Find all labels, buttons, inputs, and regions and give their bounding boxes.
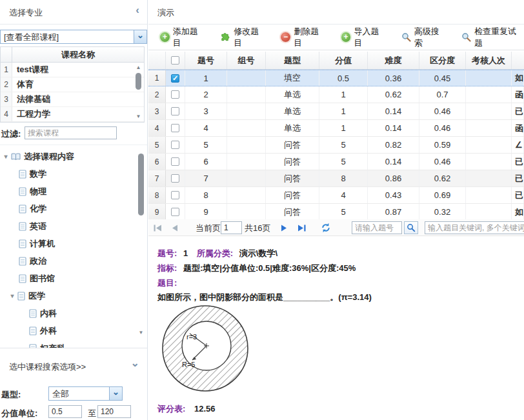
question-number-search-input[interactable] — [352, 221, 402, 234]
tree-item-math[interactable]: 数学 — [0, 165, 147, 183]
tree-item-english[interactable]: 英语 — [0, 217, 147, 235]
keyword-search-input[interactable] — [425, 221, 524, 234]
cell-type: 填空 — [266, 70, 319, 86]
collapse-panel-icon[interactable]: ‹ — [136, 4, 139, 17]
tree-item-computer[interactable]: 计算机 — [0, 235, 147, 252]
checkbox-cell[interactable] — [166, 120, 185, 136]
scrollbar-thumb[interactable] — [136, 73, 141, 90]
row-checkbox[interactable] — [171, 174, 179, 183]
course-search-input[interactable] — [25, 126, 117, 139]
prev-page-icon[interactable] — [172, 224, 178, 234]
checkbox-cell[interactable] — [166, 86, 185, 103]
row-checkbox[interactable] — [171, 157, 179, 166]
checkbox-cell[interactable] — [166, 70, 185, 86]
search-button[interactable] — [404, 221, 418, 234]
header-checkbox-cell[interactable] — [166, 52, 185, 69]
check-duplicates-button[interactable]: 检查重复试题 — [461, 26, 524, 49]
table-row[interactable]: 6 6 问答 5 0.14 0.46 已 — [148, 154, 524, 170]
tree-item-surgery[interactable]: 外科 — [0, 322, 147, 339]
course-row[interactable]: 2 体育 — [1, 77, 144, 92]
row-checkbox[interactable] — [171, 74, 179, 83]
question-type-dropdown[interactable]: 全部 ⌄ — [48, 386, 123, 401]
refresh-icon[interactable] — [321, 223, 331, 235]
column-header[interactable]: 分值 — [319, 52, 368, 69]
cell-preview: 已 — [512, 187, 524, 203]
table-row[interactable]: 8 8 问答 4 0.43 0.69 已 — [148, 187, 524, 204]
cell-difficulty: 0.62 — [368, 86, 419, 103]
table-row[interactable]: 3 3 单选 1 0.14 0.46 已 — [148, 103, 524, 120]
column-header[interactable]: 区分度 — [419, 52, 466, 69]
checkbox-cell[interactable] — [166, 154, 185, 170]
select-all-checkbox[interactable] — [171, 56, 179, 65]
table-row[interactable]: 5 5 问答 5 0.82 0.59 ∠ — [148, 137, 524, 154]
column-header[interactable]: 考核人次 — [466, 52, 512, 69]
row-number: 3 — [148, 103, 166, 119]
row-checkbox[interactable] — [171, 208, 179, 216]
edit-question-button[interactable]: 修改题目 — [220, 26, 267, 49]
checkbox-cell[interactable] — [166, 204, 185, 220]
scrollbar-thumb[interactable] — [138, 154, 144, 215]
document-icon — [29, 326, 37, 335]
column-header[interactable]: 题型 — [266, 52, 319, 69]
last-page-icon[interactable] — [297, 224, 306, 234]
row-checkbox[interactable] — [171, 191, 179, 199]
row-checkbox[interactable] — [171, 141, 179, 149]
course-row[interactable]: 4 工程力学 — [1, 107, 144, 122]
next-page-icon[interactable] — [281, 224, 287, 234]
course-table: 课程名称 1 test课程 2 体育 3 法律基础 4 工程力学 ▲ ▼ — [0, 46, 145, 123]
tree-item-physics[interactable]: 物理 — [0, 183, 147, 200]
add-question-button[interactable]: + 添加题目 — [160, 26, 206, 49]
expand-arrow-icon[interactable]: ▾ — [8, 292, 16, 299]
course-table-scrollbar[interactable]: ▲ ▼ — [134, 64, 143, 121]
cell-score: 8 — [319, 170, 368, 186]
search-options-title[interactable]: 选中课程搜索选项>> — [9, 361, 86, 373]
checkbox-cell[interactable] — [166, 170, 185, 186]
table-row[interactable]: 4 4 单选 1 0.14 0.46 函 — [148, 120, 524, 137]
chevron-down-icon[interactable]: ⌄ — [131, 357, 139, 369]
chevron-down-icon[interactable]: ⌄ — [134, 30, 146, 43]
delete-question-button[interactable]: − 删除题目 — [281, 26, 327, 49]
tree-item-label: 物理 — [30, 186, 46, 197]
course-row[interactable]: 3 法律基础 — [1, 92, 144, 107]
row-checkbox[interactable] — [171, 90, 179, 99]
document-icon — [19, 239, 26, 248]
table-row[interactable]: 9 9 问答 5 0.87 0.32 如 — [148, 204, 524, 221]
question-type-dropdown-value: 全部 — [49, 387, 109, 400]
tree-item-label: 内科 — [40, 308, 57, 319]
import-question-button[interactable]: + 导入题目 — [341, 26, 387, 49]
document-icon — [19, 170, 26, 179]
table-row[interactable]: 7 7 问答 8 0.86 0.62 已 — [148, 170, 524, 187]
first-page-icon[interactable] — [154, 224, 162, 234]
tree-item-chemistry[interactable]: 化学 — [0, 200, 147, 217]
chevron-down-icon[interactable]: ⌄ — [109, 387, 122, 400]
cell-qno: 9 — [185, 204, 227, 220]
checkbox-cell[interactable] — [166, 137, 185, 153]
score-min-input[interactable] — [48, 405, 82, 418]
tree-item-internal-medicine[interactable]: 内科 — [0, 305, 147, 322]
score-max-input[interactable] — [97, 405, 131, 418]
column-header[interactable]: 难度 — [368, 52, 419, 69]
cell-qno: 6 — [185, 154, 227, 170]
course-row[interactable]: 1 test课程 — [1, 63, 144, 77]
scroll-up-icon[interactable]: ▲ — [134, 64, 143, 72]
advanced-search-button[interactable]: 高级搜索 — [401, 26, 447, 49]
table-row[interactable]: 1 1 填空 0.5 0.36 0.45 如 — [148, 70, 524, 86]
page-number-input[interactable] — [221, 221, 242, 234]
scroll-down-icon[interactable]: ▼ — [137, 329, 145, 337]
column-header[interactable]: 题号 — [185, 52, 227, 69]
tree-scrollbar[interactable]: ▼ — [137, 150, 145, 343]
checkbox-cell[interactable] — [166, 103, 185, 119]
column-header[interactable]: 组号 — [227, 52, 266, 69]
checkbox-cell[interactable] — [166, 187, 185, 203]
table-row[interactable]: 2 2 单选 1 0.62 0.7 函 — [148, 86, 524, 103]
tree-item-medicine[interactable]: ▾ 医学 — [0, 287, 147, 305]
expand-arrow-icon[interactable]: ▾ — [2, 153, 10, 160]
scroll-down-icon[interactable]: ▼ — [134, 113, 143, 121]
course-filter-dropdown[interactable]: [查看全部课程] ⌄ — [0, 30, 147, 44]
tree-item-obstetrics[interactable]: 妇产科 — [0, 339, 147, 348]
tree-root-course-content[interactable]: ▾ 选择课程内容 — [0, 148, 147, 165]
tree-item-politics[interactable]: 政治 — [0, 252, 147, 270]
row-checkbox[interactable] — [171, 124, 179, 132]
row-checkbox[interactable] — [171, 107, 179, 115]
tree-item-library[interactable]: 图书馆 — [0, 270, 147, 287]
